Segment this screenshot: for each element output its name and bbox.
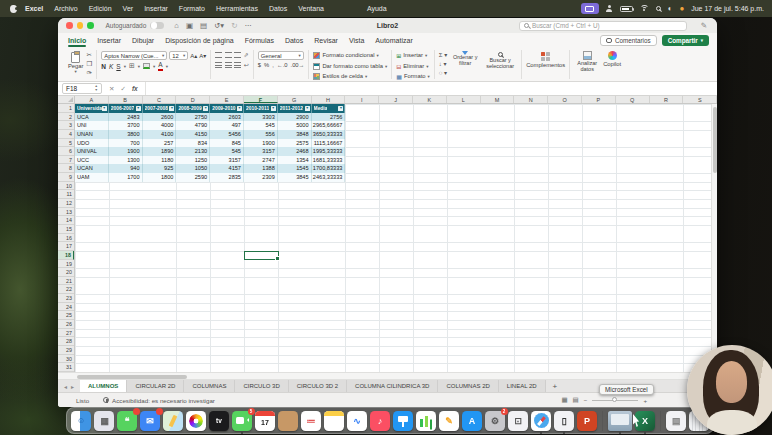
analyze-data-button[interactable]: Analizar datos [574,51,600,73]
dock-iphone-mirroring-icon[interactable]: ▯ [554,411,574,431]
dock-settings-icon[interactable]: ⚙2 [485,411,505,431]
row-header-22[interactable]: 22 [58,285,74,294]
dock-freeform-icon[interactable]: ∿ [347,411,367,431]
insert-cells-button[interactable]: ⊞ Insertar▾ [396,51,427,60]
autosum-icon[interactable]: Σ ▾ [439,51,447,58]
row-header-4[interactable]: 4 [58,130,74,139]
row-header-25[interactable]: 25 [58,311,74,320]
sheet-tab-columnas[interactable]: COLUMNAS [184,380,235,392]
clear-icon[interactable]: ◌ ▾ [439,69,447,76]
cell-value[interactable]: 700 [109,139,143,148]
column-header-I[interactable]: I [345,96,379,103]
font-color-icon[interactable]: A [158,62,162,71]
dock-calendar-icon[interactable]: 17 [255,411,275,431]
apple-menu-icon[interactable] [10,5,17,13]
cell-value[interactable]: 3845 [278,173,312,182]
wrap-text-icon[interactable]: ↩ [244,61,249,68]
table-header-2011-2012[interactable]: 2011-2012▾ [278,104,312,113]
addins-button[interactable]: Complementos [526,51,565,68]
find-select-button[interactable]: Buscar y seleccionar [483,51,517,70]
column-header-E[interactable]: E [210,96,244,103]
column-header-K[interactable]: K [413,96,447,103]
dock-notes-icon[interactable] [324,411,344,431]
row-header-28[interactable]: 28 [58,337,74,346]
horizontal-scroll-thumb[interactable] [77,375,187,380]
cell-value[interactable]: 2900 [278,113,312,122]
dock-photos-icon[interactable] [186,411,206,431]
sheet-tab-circulo-3d-2[interactable]: CIRCULO 3D 2 [289,380,347,392]
cell-value[interactable]: 4790 [176,121,210,130]
filter-dropdown-icon[interactable]: ▾ [338,106,343,111]
undo-icon[interactable]: ↺▾ [214,21,224,30]
cell-value[interactable]: 3157 [210,156,244,165]
confirm-entry-icon[interactable]: ✓ [120,85,125,93]
cell-university[interactable]: UCC [75,156,109,165]
control-center-icon[interactable]: ◐ [668,5,673,13]
cell-value[interactable]: 1180 [143,156,177,165]
align-left-icon[interactable] [215,62,222,68]
bold-button[interactable]: N [101,63,106,70]
column-header-M[interactable]: M [481,96,515,103]
menu-ver[interactable]: Ver [123,5,134,12]
cell-value[interactable]: 2747 [244,156,278,165]
column-header-P[interactable]: P [582,96,616,103]
row-header-24[interactable]: 24 [58,303,74,312]
decrease-decimal-icon[interactable]: .00→ [291,62,305,68]
zoom-slider-knob[interactable] [612,397,617,402]
format-as-table-button[interactable]: Dar formato como tabla▾ [313,62,387,71]
menu-edición[interactable]: Edición [89,5,112,12]
row-header-19[interactable]: 19 [58,260,74,269]
dock-tv-icon[interactable]: tv [209,411,229,431]
cell-value[interactable]: 2468 [278,147,312,156]
filter-dropdown-icon[interactable]: ▾ [136,106,141,111]
cell-styles-button[interactable]: Estilos de celda▾ [313,72,367,81]
menu-app-name[interactable]: Excel [25,5,43,12]
filter-dropdown-icon[interactable]: ▾ [271,106,276,111]
row-header-23[interactable]: 23 [58,294,74,303]
tab-insertar[interactable]: Insertar [97,35,121,46]
column-header-C[interactable]: C [143,96,177,103]
cell-university[interactable]: UCAN [75,164,109,173]
cell-value[interactable]: 1900 [244,139,278,148]
dock-safari-icon[interactable] [531,411,551,431]
menu-formato[interactable]: Formato [179,5,205,12]
font-size-select[interactable]: 12▾ [169,51,188,60]
cell-value[interactable]: 1115,16667 [312,139,346,148]
row-header-8[interactable]: 8 [58,164,74,173]
row-header-18[interactable]: 18 [58,251,74,260]
screen-sharing-indicator-icon[interactable] [581,3,599,14]
dock-numbers-icon[interactable] [416,411,436,431]
column-header-S[interactable]: S [683,96,717,103]
comments-button[interactable]: Comentarios [600,35,657,46]
cell-value[interactable]: 2965,66667 [312,121,346,130]
row-header-1[interactable]: 1 [58,104,74,113]
sheet-tab-circular-2d[interactable]: CIRCULAR 2D [127,380,184,392]
cell-value[interactable]: 1050 [176,164,210,173]
cell-value[interactable]: 2756 [312,113,346,122]
cell-value[interactable]: 2463,33333 [312,173,346,182]
cell-value[interactable]: 834 [176,139,210,148]
cell-value[interactable]: 1800 [143,173,177,182]
menu-archivo[interactable]: Archivo [54,5,77,12]
dock-screenshot-icon[interactable]: ⊡ [508,411,528,431]
cell-value[interactable]: 1995,33333 [312,147,346,156]
tab-datos[interactable]: Datos [285,35,303,46]
cell-value[interactable]: 2603 [210,113,244,122]
copy-icon[interactable]: ❐ [86,60,92,68]
dock-keynote-icon[interactable] [393,411,413,431]
vertical-scroll-thumb[interactable] [713,107,717,173]
column-header-O[interactable]: O [548,96,582,103]
column-header-B[interactable]: B [109,96,143,103]
wifi-icon[interactable] [640,5,649,12]
horizontal-scrollbar[interactable] [58,372,717,380]
cell-value[interactable]: 1545 [278,164,312,173]
align-right-icon[interactable] [234,62,241,68]
column-header-R[interactable]: R [650,96,684,103]
name-box-stepper[interactable]: ▲▼ [95,85,98,92]
row-header-15[interactable]: 15 [58,225,74,234]
cell-value[interactable]: 3157 [244,147,278,156]
cell-value[interactable]: 1354 [278,156,312,165]
cell-value[interactable]: 3303 [244,113,278,122]
cell-university[interactable]: UNAN [75,130,109,139]
cell-value[interactable]: 2309 [244,173,278,182]
